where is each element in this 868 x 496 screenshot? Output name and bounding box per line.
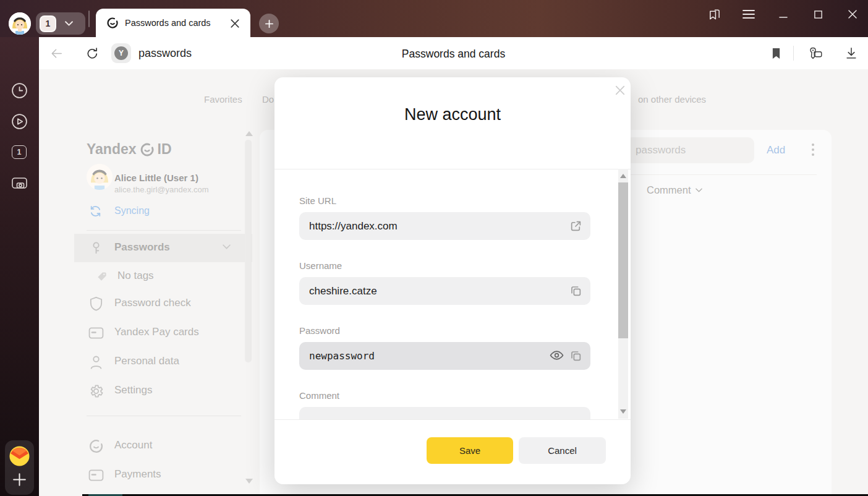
chevron-down-icon [65, 21, 73, 27]
page-area: Favorites Do on other devices Yandex ID [39, 69, 868, 496]
browser-titlebar: 1 Passwords and cards [0, 0, 868, 37]
browser-toolbar: Y passwords Passwords and cards [39, 37, 868, 69]
bookmark-panel-icon [707, 7, 721, 22]
site-url-input[interactable] [299, 212, 590, 240]
copy-icon[interactable] [569, 349, 583, 363]
modal-scrollbar[interactable] [618, 169, 628, 419]
tab-counter-value: 1 [46, 19, 51, 28]
browser-tab-passwords[interactable]: Passwords and cards [96, 9, 250, 37]
browser-window: 1 Passwords and cards [0, 0, 868, 496]
key-card-icon [808, 46, 823, 61]
new-tab-button[interactable] [259, 14, 279, 33]
screenshot-icon[interactable] [11, 175, 28, 192]
bookmark-button[interactable] [768, 46, 783, 61]
browser-side-rail: 1 [0, 37, 39, 496]
comment-label: Comment [299, 390, 339, 401]
rail-tab-count: 1 [17, 148, 22, 156]
close-window-button[interactable] [845, 7, 860, 22]
cancel-button[interactable]: Cancel [519, 437, 606, 464]
avatar-girl-icon [9, 12, 31, 35]
scroll-up-arrow[interactable] [620, 174, 626, 178]
password-input[interactable] [299, 342, 590, 370]
toolbar-divider [793, 46, 794, 61]
browser-menu-button[interactable] [741, 7, 756, 22]
maximize-button[interactable] [811, 7, 825, 22]
save-button[interactable]: Save [427, 437, 513, 464]
plus-icon [265, 19, 274, 28]
tab-counter-badge: 1 [40, 15, 56, 32]
open-link-icon[interactable] [569, 220, 583, 233]
download-icon [845, 46, 858, 60]
username-input[interactable] [299, 277, 590, 305]
site-url-label: Site URL [299, 195, 336, 206]
add-panel-plus-icon[interactable] [12, 472, 27, 487]
new-account-modal: New account Site URL Username [274, 77, 631, 484]
yandex-browser-logo[interactable] [9, 445, 30, 467]
titlebar-divider [88, 11, 90, 27]
yandex-id-favicon-icon [106, 17, 119, 29]
bookmark-filled-icon [772, 48, 781, 59]
close-icon [848, 9, 857, 19]
modal-scrollbar-thumb[interactable] [618, 182, 628, 338]
modal-title: New account [274, 105, 631, 124]
tab-group-pill[interactable]: 1 [36, 12, 85, 35]
omnibox-page-title: Passwords and cards [39, 48, 868, 61]
modal-form: Site URL Username Password [274, 169, 631, 420]
modal-close-icon[interactable] [613, 83, 628, 98]
play-media-icon[interactable] [11, 113, 28, 130]
password-label: Password [299, 325, 340, 336]
profile-avatar[interactable] [9, 12, 31, 35]
minimize-icon [778, 9, 788, 19]
maximize-icon [814, 10, 823, 19]
scroll-down-arrow[interactable] [620, 409, 626, 414]
hamburger-menu-icon [742, 9, 755, 19]
history-clock-icon[interactable] [11, 82, 28, 99]
minimize-button[interactable] [776, 7, 791, 22]
eye-show-password-icon[interactable] [550, 350, 563, 364]
copy-icon[interactable] [569, 284, 583, 298]
username-label: Username [299, 260, 342, 271]
password-manager-button[interactable] [808, 46, 823, 61]
browser-logo-dock [5, 440, 34, 495]
downloads-button[interactable] [844, 46, 859, 61]
tab-close-icon[interactable] [229, 18, 240, 29]
comment-input[interactable] [299, 407, 590, 420]
side-panel-bookmarks-button[interactable] [707, 7, 721, 22]
tabs-counter-icon[interactable]: 1 [12, 145, 27, 159]
tab-title: Passwords and cards [125, 18, 211, 28]
